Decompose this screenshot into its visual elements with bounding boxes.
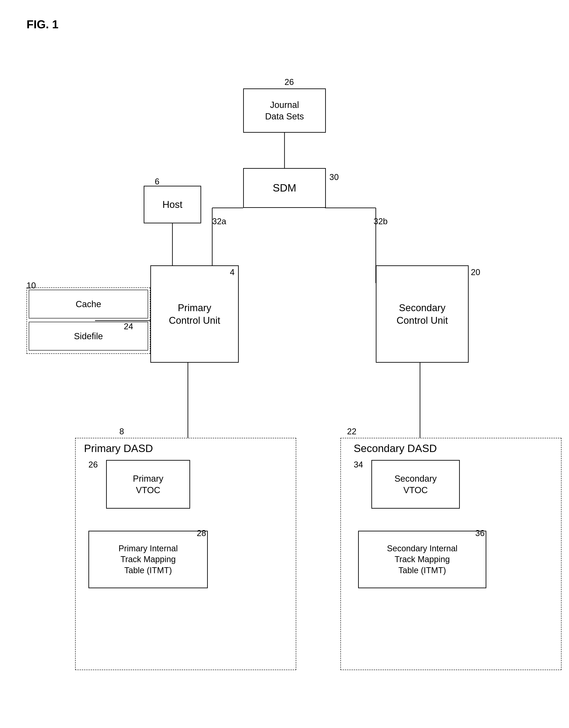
secondary-cu-label: Secondary Control Unit [396,301,448,327]
ref-26-journal: 26 [284,77,294,87]
ref-34: 34 [354,460,363,469]
ref-8: 8 [119,427,124,436]
primary-cu-label: Primary Control Unit [169,301,220,327]
primary-itmt-label: Primary Internal Track Mapping Table (IT… [119,543,178,576]
sdm-box: SDM [243,168,326,208]
ref-10: 10 [27,281,36,290]
primary-vtoc-label: Primary VTOC [133,473,163,496]
cache-label: Cache [76,298,101,310]
ref-28: 28 [197,529,206,538]
host-label: Host [163,198,182,211]
secondary-vtoc-box: Secondary VTOC [371,460,460,509]
secondary-dasd-label: Secondary DASD [354,442,437,454]
ref-36: 36 [475,529,485,538]
ref-30: 30 [329,172,339,182]
secondary-vtoc-label: Secondary VTOC [394,473,437,496]
ref-24: 24 [124,322,133,331]
sidefile-label: Sidefile [74,330,103,342]
primary-itmt-box: Primary Internal Track Mapping Table (IT… [88,531,208,588]
primary-dasd-label: Primary DASD [84,442,153,454]
ref-6: 6 [155,177,159,186]
ref-4: 4 [230,268,235,277]
cache-box: Cache [29,290,148,318]
ref-26-vtoc: 26 [88,460,98,469]
secondary-itmt-box: Secondary Internal Track Mapping Table (… [358,531,486,588]
ref-22: 22 [347,427,356,436]
ref-32b: 32b [373,217,387,226]
ref-32a: 32a [212,217,226,226]
host-box: Host [144,186,201,223]
secondary-itmt-label: Secondary Internal Track Mapping Table (… [387,543,458,576]
primary-cu-box: Primary Control Unit [150,265,239,363]
ref-20: 20 [471,268,480,277]
sdm-label: SDM [273,181,296,195]
secondary-cu-box: Secondary Control Unit [376,265,469,363]
journal-data-sets-label: Journal Data Sets [265,99,304,122]
journal-data-sets-box: Journal Data Sets [243,88,326,133]
figure-title: FIG. 1 [27,18,58,31]
primary-vtoc-box: Primary VTOC [106,460,190,509]
